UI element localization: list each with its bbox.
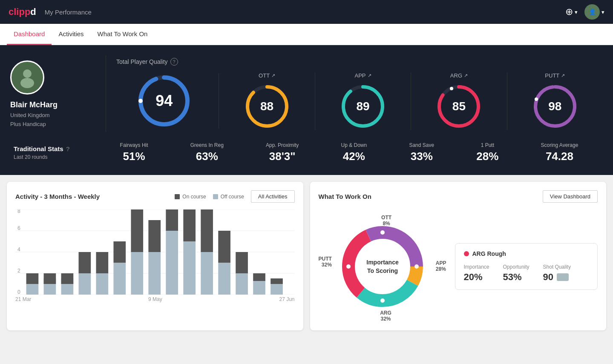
stat-1-putt: 1 Putt 28% [476, 142, 498, 163]
svg-point-64 [380, 298, 385, 303]
svg-point-65 [346, 264, 351, 269]
arg-value: 85 [452, 100, 466, 113]
avatar [10, 60, 44, 95]
tabs: Dashboard Activities What To Work On [0, 24, 613, 45]
player-row: Blair McHarg United Kingdom Plus Handica… [10, 55, 603, 132]
svg-rect-38 [131, 209, 143, 252]
logo: clippd [9, 6, 36, 17]
chart-title: Activity - 3 Months - Weekly [15, 193, 100, 200]
info-metric-label: Shot Quality [543, 264, 571, 270]
ott-arrow-icon: ↗ [271, 73, 275, 78]
donut-putt-label: PUTT 32% [319, 256, 332, 268]
stats-help-icon[interactable]: ? [66, 145, 70, 152]
hero-section: Blair McHarg United Kingdom Plus Handica… [0, 45, 613, 175]
header-left: clippd My Performance [9, 6, 92, 17]
main-quality-value: 94 [155, 92, 173, 110]
tab-dashboard[interactable]: Dashboard [7, 24, 52, 45]
info-opportunity: Opportunity 53% [503, 264, 530, 283]
putt-arrow-icon: ↗ [561, 73, 565, 78]
wtw-content: Importance To Scoring OTT 8% APP 28% [319, 211, 598, 322]
info-shot-quality: Shot Quality 90 [543, 264, 571, 283]
add-chevron-icon: ▾ [575, 9, 578, 15]
bar-chart-svg: 0 2 4 6 8 [15, 209, 295, 295]
header-right: ⊕ ▾ 👤 ▾ [565, 4, 604, 20]
ott-circle: 88 [244, 83, 291, 130]
svg-point-59 [355, 239, 410, 294]
all-activities-button[interactable]: All Activities [251, 190, 295, 203]
svg-text:4: 4 [17, 246, 20, 252]
help-icon[interactable]: ? [170, 58, 178, 66]
arg-metric: ARG ↗ 85 [411, 72, 507, 130]
putt-circle: 98 [532, 83, 578, 130]
stat-value: 28% [476, 150, 498, 163]
plus-circle-icon: ⊕ [565, 6, 573, 17]
svg-rect-35 [113, 263, 126, 295]
svg-rect-26 [26, 273, 39, 284]
svg-rect-33 [96, 273, 108, 295]
player-location: United Kingdom [10, 112, 50, 118]
ott-metric: OTT ↗ 88 [219, 72, 315, 130]
add-button[interactable]: ⊕ ▾ [565, 6, 578, 17]
x-label-1: 21 Mar [15, 296, 31, 302]
stat-fairways-hit: Fairways Hit 51% [120, 142, 148, 163]
stat-label: 1 Putt [481, 142, 494, 148]
stat-up-down: Up & Down 42% [341, 142, 367, 163]
putt-metric: PUTT ↗ 98 [507, 72, 603, 130]
svg-rect-49 [236, 273, 248, 295]
tab-what-to-work-on[interactable]: What To Work On [91, 24, 155, 45]
svg-rect-25 [26, 284, 39, 295]
stat-label: Greens In Reg [190, 142, 224, 148]
svg-rect-40 [148, 220, 161, 252]
putt-header: PUTT ↗ [545, 72, 565, 79]
info-metric-value: 53% [503, 272, 530, 283]
user-menu-button[interactable]: 👤 ▾ [584, 4, 604, 20]
view-dashboard-button[interactable]: View Dashboard [543, 190, 598, 203]
info-importance: Importance 20% [464, 264, 489, 283]
person-icon [17, 67, 38, 88]
ott-header: OTT ↗ [259, 72, 275, 79]
svg-text:2: 2 [17, 268, 20, 274]
vertical-divider [106, 55, 106, 132]
stat-label: Sand Save [409, 142, 434, 148]
main-quality-circle: 94 [136, 73, 192, 129]
shot-quality-swatch [557, 273, 569, 281]
red-dot-icon [464, 251, 469, 256]
arg-arrow-icon: ↗ [464, 73, 468, 78]
stat-greens-in-reg: Greens In Reg 63% [190, 142, 224, 163]
svg-rect-50 [236, 252, 248, 273]
player-name: Blair McHarg [10, 100, 58, 109]
quality-label: Total Player Quality ? [116, 58, 603, 66]
svg-text:To Scoring: To Scoring [367, 267, 397, 274]
activity-panel: Activity - 3 Months - Weekly On course O… [7, 182, 303, 330]
svg-rect-51 [253, 281, 265, 295]
legend-on-course: On course [175, 194, 206, 200]
stat-value: 63% [196, 150, 218, 163]
chart-area: 0 2 4 6 8 [15, 209, 295, 295]
svg-point-0 [23, 69, 32, 78]
stat-sand-save: Sand Save 33% [409, 142, 434, 163]
svg-rect-43 [183, 241, 196, 295]
app-header: APP ↗ [355, 72, 371, 79]
chart-legend: On course Off course [175, 194, 244, 200]
chart-header: Activity - 3 Months - Weekly On course O… [15, 190, 295, 203]
svg-text:8: 8 [17, 209, 20, 214]
svg-rect-32 [79, 252, 91, 273]
info-metric-value: 20% [464, 272, 489, 283]
svg-rect-47 [218, 263, 230, 295]
svg-rect-48 [218, 231, 230, 263]
tab-activities[interactable]: Activities [52, 24, 90, 45]
ott-value: 88 [260, 100, 273, 113]
traditional-stats: Traditional Stats ? Last 20 rounds Fairw… [10, 142, 603, 163]
svg-point-63 [414, 264, 419, 269]
putt-value: 98 [548, 100, 561, 113]
x-label-3: 27 Jun [279, 296, 294, 302]
stat-value: 42% [343, 150, 365, 163]
svg-rect-34 [96, 252, 108, 273]
svg-rect-28 [44, 273, 56, 284]
stat-label: App. Proximity [266, 142, 299, 148]
donut-ott-label: OTT 8% [381, 215, 391, 226]
svg-text:6: 6 [17, 225, 20, 231]
what-to-work-on-panel: What To Work On View Dashboard [310, 182, 607, 330]
svg-rect-31 [79, 273, 91, 295]
on-course-dot [175, 194, 180, 199]
